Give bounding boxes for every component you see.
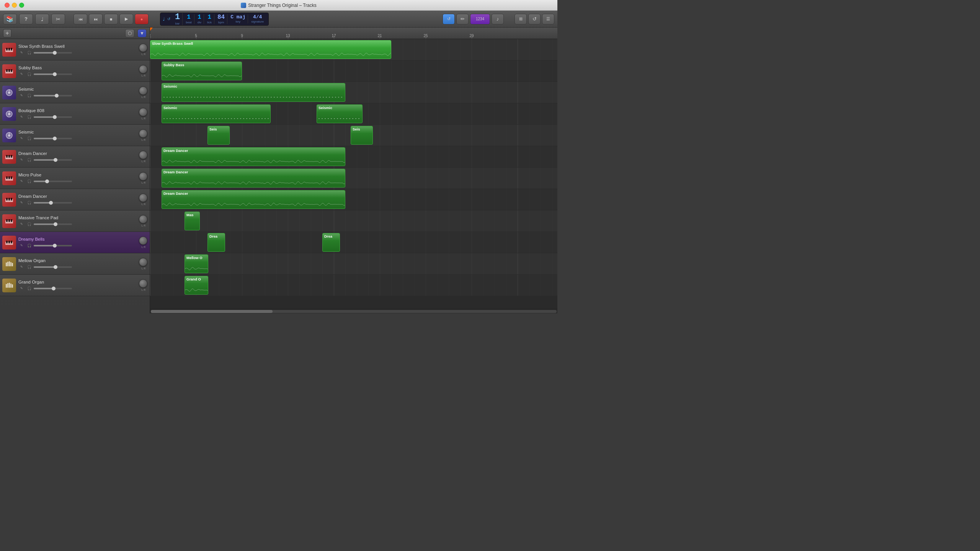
track-mute-btn-5[interactable]: ✎: [18, 136, 24, 141]
record-button[interactable]: ●: [135, 14, 149, 24]
track-volume-9[interactable]: [34, 223, 72, 225]
pencil-button[interactable]: ✏: [456, 14, 469, 24]
minimize-button[interactable]: [12, 3, 17, 8]
track-row-2[interactable]: Subby Bass ✎ 🎧 L R: [0, 60, 150, 82]
track-row-12[interactable]: Grand Organ ✎ 🎧 L R: [0, 275, 150, 296]
count-in-button[interactable]: 1234: [470, 14, 490, 24]
arrange-tracks[interactable]: Slow Synth Brass SwellSubby BassSeismicS…: [150, 39, 557, 309]
track-mute-btn-9[interactable]: ✎: [18, 222, 24, 227]
track-pan-knob-8[interactable]: [139, 194, 147, 202]
track-row-7[interactable]: Micro Pulse ✎ 🎧 L R: [0, 168, 150, 189]
scissors-button[interactable]: ✂: [51, 14, 65, 24]
clip-row12-1[interactable]: Grand O: [185, 276, 208, 295]
signature-display[interactable]: 4/4 signature: [249, 15, 266, 23]
track-pan-knob-5[interactable]: [139, 129, 147, 138]
maximize-button[interactable]: [19, 3, 24, 8]
clip-row8-1[interactable]: Dream Dancer: [162, 190, 345, 209]
track-mute-btn-4[interactable]: ✎: [18, 114, 24, 120]
track-headphone-btn-12[interactable]: 🎧: [26, 286, 32, 291]
track-row-11[interactable]: Mellow Organ ✎ 🎧 L R: [0, 253, 150, 275]
smart-controls-button[interactable]: ⊞: [514, 14, 527, 24]
fast-forward-button[interactable]: ⏭: [89, 14, 103, 24]
track-mute-btn-3[interactable]: ✎: [18, 93, 24, 98]
clip-row7-1[interactable]: Dream Dancer: [162, 169, 345, 187]
clip-row2-1[interactable]: Subby Bass: [162, 62, 242, 80]
track-volume-10[interactable]: [34, 245, 72, 246]
track-pan-knob-1[interactable]: [139, 44, 147, 52]
track-headphone-btn-6[interactable]: 🎧: [26, 157, 32, 163]
track-volume-6[interactable]: [34, 159, 72, 161]
close-button[interactable]: [5, 3, 10, 8]
help-button[interactable]: ?: [19, 14, 33, 24]
track-headphone-btn-1[interactable]: 🎧: [26, 50, 32, 55]
rewind-button[interactable]: ⏮: [74, 14, 87, 24]
track-pan-knob-11[interactable]: [139, 258, 147, 266]
library-button[interactable]: 📚: [3, 14, 17, 24]
stop-button[interactable]: ■: [104, 14, 118, 24]
metronome-button[interactable]: ♩: [35, 14, 49, 24]
track-mute-btn-12[interactable]: ✎: [18, 286, 24, 291]
add-track-button[interactable]: +: [3, 29, 11, 37]
filter-button[interactable]: ▼: [137, 29, 147, 37]
track-row-4[interactable]: Boutique 808 ✎ 🎧 L R: [0, 103, 150, 125]
clip-row5-1[interactable]: Seis: [207, 126, 230, 145]
clip-row9-1[interactable]: Mas: [185, 212, 200, 230]
track-row-3[interactable]: Seismic ✎ 🎧 L R: [0, 82, 150, 103]
track-volume-7[interactable]: [34, 181, 72, 182]
track-headphone-btn-4[interactable]: 🎧: [26, 114, 32, 120]
play-button[interactable]: ▶: [119, 14, 133, 24]
midi-icon-button[interactable]: ⬡: [125, 29, 134, 37]
track-volume-12[interactable]: [34, 288, 72, 289]
track-volume-11[interactable]: [34, 266, 72, 268]
list-button[interactable]: ↺: [528, 14, 541, 24]
clip-row1-1[interactable]: Slow Synth Brass Swell: [150, 40, 391, 59]
track-volume-4[interactable]: [34, 116, 72, 118]
track-mute-btn-1[interactable]: ✎: [18, 50, 24, 55]
notation-button[interactable]: ♪: [492, 14, 504, 24]
bpm-display[interactable]: 84 bpm: [215, 14, 227, 24]
clip-row6-1[interactable]: Dream Dancer: [162, 147, 345, 166]
clip-row10-1[interactable]: Drea: [207, 233, 225, 252]
track-headphone-btn-8[interactable]: 🎧: [26, 200, 32, 205]
track-mute-btn-8[interactable]: ✎: [18, 200, 24, 205]
track-headphone-btn-10[interactable]: 🎧: [26, 243, 32, 248]
track-row-5[interactable]: Seismic ✎ 🎧 L R: [0, 125, 150, 146]
clip-row3-1[interactable]: Seismic: [162, 83, 345, 102]
cycle-button[interactable]: ↺: [443, 14, 455, 24]
clip-row5-2[interactable]: Seis: [351, 126, 373, 145]
track-pan-knob-12[interactable]: [139, 279, 147, 288]
track-row-6[interactable]: Dream Dancer ✎ 🎧 L R: [0, 146, 150, 168]
track-pan-knob-10[interactable]: [139, 236, 147, 245]
track-headphone-btn-2[interactable]: 🎧: [26, 72, 32, 77]
track-headphone-btn-3[interactable]: 🎧: [26, 93, 32, 98]
track-volume-1[interactable]: [34, 52, 72, 54]
track-volume-2[interactable]: [34, 73, 72, 75]
track-pan-knob-6[interactable]: [139, 151, 147, 159]
track-headphone-btn-5[interactable]: 🎧: [26, 136, 32, 141]
horizontal-scrollbar[interactable]: [150, 309, 557, 313]
track-volume-8[interactable]: [34, 202, 72, 204]
browser-button[interactable]: ☰: [542, 14, 554, 24]
track-pan-knob-9[interactable]: [139, 215, 147, 223]
window-controls[interactable]: [5, 3, 24, 8]
track-mute-btn-10[interactable]: ✎: [18, 243, 24, 248]
track-row-8[interactable]: Dream Dancer ✎ 🎧 L R: [0, 189, 150, 210]
track-pan-knob-4[interactable]: [139, 108, 147, 116]
track-headphone-btn-9[interactable]: 🎧: [26, 222, 32, 227]
track-mute-btn-6[interactable]: ✎: [18, 157, 24, 163]
track-headphone-btn-7[interactable]: 🎧: [26, 179, 32, 184]
track-mute-btn-7[interactable]: ✎: [18, 179, 24, 184]
clip-row11-1[interactable]: Mellow O: [185, 254, 208, 273]
track-row-9[interactable]: Massive Trance Pad ✎ 🎧 L R: [0, 210, 150, 232]
track-headphone-btn-11[interactable]: 🎧: [26, 264, 32, 270]
track-mute-btn-2[interactable]: ✎: [18, 72, 24, 77]
scrollbar-thumb[interactable]: [151, 310, 273, 313]
track-pan-knob-7[interactable]: [139, 172, 147, 181]
track-volume-5[interactable]: [34, 138, 72, 139]
track-pan-knob-2[interactable]: [139, 65, 147, 73]
track-mute-btn-11[interactable]: ✎: [18, 264, 24, 270]
track-pan-knob-3[interactable]: [139, 86, 147, 95]
clip-row10-2[interactable]: Drea: [322, 233, 340, 252]
track-row-10[interactable]: Dreamy Bells ✎ 🎧 L R: [0, 232, 150, 253]
clip-row4-1[interactable]: Seismic: [162, 104, 271, 123]
